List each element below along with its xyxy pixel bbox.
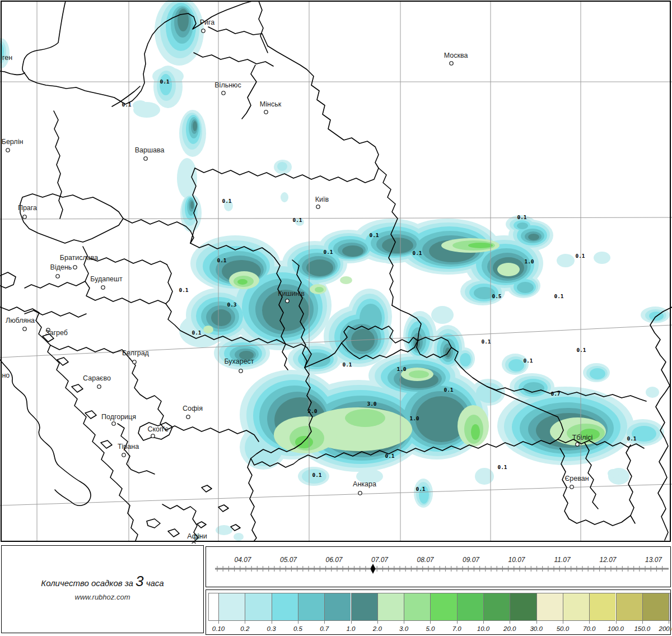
contour-value-label: 0.1 (292, 217, 302, 223)
gridline-parallel (0, 217, 672, 219)
legend-value-label: 0.7 (320, 625, 329, 632)
contour-value-label: 1.0 (396, 366, 406, 372)
city-label: Єреван (564, 475, 589, 482)
info-panel: Количество осадков за 3 часа www.rubhoz.… (1, 545, 204, 633)
legend-value-label: 0.5 (293, 625, 302, 632)
legend-tick (324, 593, 325, 624)
legend-color-cell (377, 593, 404, 621)
city-marker (151, 434, 155, 438)
legend-value-label: 7.0 (452, 625, 461, 632)
legend-value-label: 1.0 (347, 625, 356, 632)
contour-value-label: 0.1 (554, 293, 563, 299)
legend-color-cell (642, 593, 669, 621)
city-marker (358, 491, 362, 495)
legend-tick (616, 593, 617, 624)
contour-value-label: 0.1 (217, 257, 226, 263)
city-marker (192, 542, 195, 544)
city-label: Тірана (118, 443, 139, 451)
contour-value-label: 0.1 (444, 387, 453, 393)
legend-tick (351, 593, 352, 624)
legend-color-cell (616, 593, 642, 621)
timeline-date-label[interactable]: 05.07 (280, 556, 297, 564)
legend-tick (245, 593, 245, 624)
contour-value-label: 0.1 (323, 249, 333, 255)
legend-tick (298, 593, 298, 624)
city-label: Сараєво (83, 374, 111, 382)
timeline-date-label[interactable]: 08.07 (417, 556, 434, 564)
city-label: Софія (183, 405, 203, 412)
city-marker (112, 422, 115, 425)
contour-value-label: 0.1 (222, 198, 231, 204)
city-label: ген (2, 54, 12, 62)
contour-value-label: 0.1 (412, 250, 422, 256)
city-marker (97, 385, 101, 388)
city-label: Москва (444, 52, 468, 59)
legend-value-label: 50.0 (557, 625, 569, 632)
precipitation-map: РигагенМоскваВільнюсМінськБерлінВаршаваП… (0, 0, 672, 544)
timeline-date-label[interactable]: 12.07 (599, 556, 617, 564)
city-label: іно (1, 372, 10, 379)
timeline-panel: 04.0705.0706.0707.0708.0709.0710.0711.07… (206, 546, 671, 587)
city-marker (23, 215, 26, 219)
contour-value-label: 0.1 (576, 347, 586, 353)
contour-value-label: 0.1 (122, 101, 131, 108)
timeline-date-label[interactable]: 09.07 (463, 556, 480, 564)
legend-color-cell (483, 593, 510, 621)
legend-tick (510, 593, 510, 624)
city-marker (264, 110, 268, 114)
city-label: Братислава (60, 254, 99, 262)
legend-color-cell (404, 593, 430, 621)
contour-value-label: 0.1 (312, 472, 321, 478)
website-link[interactable]: www.rubhoz.com (2, 593, 203, 601)
city-label: Будапешт (90, 275, 123, 283)
contour-value-label: 0.1 (385, 453, 394, 459)
contour-value-label: 0.1 (481, 338, 491, 345)
legend-tick (377, 593, 378, 624)
city-label: Берлін (2, 138, 24, 146)
city-label: Кишинів (278, 290, 305, 298)
city-marker (122, 453, 125, 457)
timeline-date-label[interactable]: 13.07 (645, 556, 662, 564)
city-label: Любляна (6, 317, 35, 324)
legend-color-cell (563, 593, 589, 621)
timeline-date-label[interactable]: 04.07 (234, 556, 251, 564)
city-label: Подгориця (101, 413, 136, 421)
legend-value-label: 30.0 (530, 625, 542, 632)
time-slider-handle-icon[interactable] (371, 564, 376, 574)
legend-tick (483, 593, 484, 624)
contour-value-label: 0.1 (369, 232, 379, 238)
legend-cell-lead (208, 593, 220, 621)
timeline-date-label[interactable]: 07.07 (371, 556, 389, 564)
map-title: Количество осадков за 3 часа (2, 573, 203, 590)
timeline-date-label[interactable]: 10.07 (508, 556, 525, 564)
city-marker (6, 148, 10, 152)
city-label: Афіни (187, 532, 207, 540)
city-marker (570, 485, 573, 489)
city-label: Вільнюс (214, 81, 241, 89)
timeline[interactable]: 04.0705.0706.0707.0708.0709.0710.0711.07… (206, 547, 670, 587)
legend-tick (457, 593, 458, 624)
city-marker (450, 62, 453, 65)
city-label: Анкара (353, 480, 376, 488)
contour-value-label: 0.1 (575, 253, 585, 259)
contour-value-label: 0.1 (523, 358, 533, 364)
city-marker (133, 360, 136, 364)
legend-color-cell (430, 593, 456, 621)
legend-tick (404, 593, 404, 624)
map-area: РигагенМоскваВільнюсМінськБерлінВаршаваП… (0, 0, 672, 544)
contour-value-label: 0.1 (160, 78, 169, 85)
legend-tick (536, 593, 537, 624)
contour-value-label: 0.1 (517, 214, 526, 220)
city-marker (186, 415, 190, 419)
city-marker (316, 205, 320, 208)
legend-color-cell (351, 593, 377, 621)
legend-color-cell (272, 593, 298, 621)
city-label: Рига (200, 18, 215, 26)
legend-color-cell (457, 593, 483, 621)
legend-value-label: 20.0 (503, 625, 516, 632)
timeline-date-label[interactable]: 06.07 (325, 556, 343, 564)
timeline-date-label[interactable]: 11.07 (554, 556, 571, 564)
city-marker (286, 299, 289, 303)
city-marker (73, 266, 77, 269)
legend-value-label: 2.0 (373, 625, 382, 632)
